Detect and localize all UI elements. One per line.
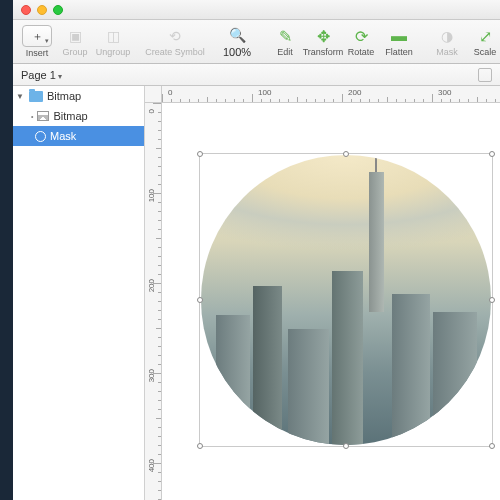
ruler-tick-label: 100 [258,88,271,97]
ruler-tick-label: 0 [168,88,172,97]
zoom-value: 100% [223,46,251,58]
scale-icon: ⤢ [475,26,495,46]
transform-button[interactable]: ✥ Transform [305,22,341,62]
bullet-icon: • [31,113,33,120]
create-symbol-label: Create Symbol [145,47,205,57]
ungroup-icon: ◫ [103,26,123,46]
image-icon [37,111,49,121]
mask-shape-icon [35,131,46,142]
flatten-icon: ▬ [389,26,409,46]
app-window: ＋ Insert ▣ Group ◫ Ungroup ⟲ Create Symb… [13,0,500,500]
zoom-control[interactable]: 🔍 100% [219,22,255,62]
layer-bitmap[interactable]: • Bitmap [13,106,144,126]
ruler-corner [145,86,162,103]
disclosure-icon[interactable]: ▼ [15,92,25,101]
building [253,286,282,446]
ruler-tick-label: 400 [147,459,156,472]
canvas-area: 0 100 200 300 0 100 200 300 400 [145,86,500,500]
folder-icon [29,91,43,102]
ruler-tick-label: 100 [147,189,156,202]
building [392,294,430,445]
ruler-tick-label: 200 [348,88,361,97]
layers-panel: ▼ Bitmap • Bitmap Mask [13,86,145,500]
mask-label: Mask [436,47,458,57]
ruler-tick-label: 0 [147,109,156,113]
scale-label: Scale [474,47,497,57]
ruler-tick-label: 300 [147,369,156,382]
bitmap-image [201,155,491,445]
rotate-icon: ⟳ [351,26,371,46]
edit-icon: ✎ [275,26,295,46]
layer-label: Mask [50,130,76,142]
transform-label: Transform [303,47,344,57]
transform-icon: ✥ [313,26,333,46]
ruler-vertical[interactable]: 0 100 200 300 400 [145,103,162,500]
building [216,315,251,446]
create-symbol-button[interactable]: ⟲ Create Symbol [143,22,207,62]
ruler-horizontal[interactable]: 0 100 200 300 [162,86,500,103]
flatten-label: Flatten [385,47,413,57]
canvas[interactable] [162,103,500,500]
rotate-button[interactable]: ⟳ Rotate [343,22,379,62]
building [288,329,329,445]
ungroup-label: Ungroup [96,47,131,57]
edit-button[interactable]: ✎ Edit [267,22,303,62]
minimize-icon[interactable] [37,5,47,15]
page-bar: Page 1 [13,64,500,86]
zoom-window-icon[interactable] [53,5,63,15]
building [369,172,384,311]
group-label: Group [62,47,87,57]
rotate-label: Rotate [348,47,375,57]
page-selector[interactable]: Page 1 [21,69,62,81]
group-icon: ▣ [65,26,85,46]
scale-button[interactable]: ⤢ Scale [467,22,500,62]
group-button[interactable]: ▣ Group [57,22,93,62]
masked-bitmap[interactable] [201,155,491,445]
artboard-toggle-icon[interactable] [478,68,492,82]
layer-mask[interactable]: Mask [13,126,144,146]
insert-button[interactable]: ＋ Insert [19,22,55,62]
zoom-icon: 🔍 [227,25,247,45]
symbol-icon: ⟲ [165,26,185,46]
layer-label: Bitmap [53,110,87,122]
titlebar [13,0,500,20]
insert-label: Insert [26,48,49,58]
building [433,312,477,445]
mask-button[interactable]: ◑ Mask [429,22,465,62]
toolbar: ＋ Insert ▣ Group ◫ Ungroup ⟲ Create Symb… [13,20,500,64]
close-icon[interactable] [21,5,31,15]
ungroup-button[interactable]: ◫ Ungroup [95,22,131,62]
plus-icon: ＋ [32,29,43,44]
edit-label: Edit [277,47,293,57]
layer-label: Bitmap [47,90,81,102]
main-area: ▼ Bitmap • Bitmap Mask 0 100 200 300 [13,86,500,500]
mask-icon: ◑ [437,26,457,46]
building [332,271,364,445]
ruler-tick-label: 200 [147,279,156,292]
flatten-button[interactable]: ▬ Flatten [381,22,417,62]
ruler-tick-label: 300 [438,88,451,97]
layer-folder-bitmap[interactable]: ▼ Bitmap [13,86,144,106]
